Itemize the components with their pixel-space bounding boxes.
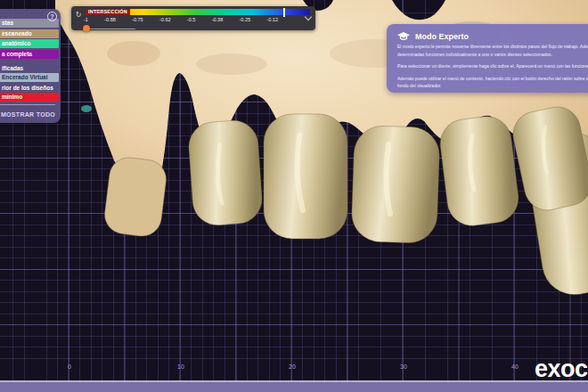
layer-item[interactable]: Encerado Virtual (0, 73, 59, 82)
help-text-line: Además puede utilizar el menú de context… (397, 75, 588, 83)
layer-item[interactable]: rior de los diseños (0, 84, 59, 92)
tick-label: -0.25 (240, 17, 251, 22)
tick-label: -0.75 (132, 17, 143, 22)
colorbar-title: INTERSECCIÓN (86, 9, 130, 15)
tooth (187, 118, 264, 226)
graduation-cap-icon (397, 29, 410, 45)
reset-scale-icon[interactable]: ↻ (74, 11, 83, 20)
help-text-line: Para seleccionar un diente, simplemente … (397, 62, 588, 70)
tick-label: -0.5 (187, 17, 195, 22)
divider (0, 104, 55, 105)
colorbar-ticks: -1 -0.88 -0.75 -0.62 -0.5 -0.38 -0.25 -0… (84, 17, 278, 22)
layer-item[interactable]: anatómico (0, 39, 59, 48)
chevron-down-icon[interactable] (305, 13, 312, 20)
layer-item[interactable]: mínimo (0, 93, 59, 102)
help-text-line: El modo experto le permite moverse libre… (397, 43, 588, 51)
threshold-slider-knob[interactable] (83, 25, 90, 32)
help-icon[interactable]: ? (47, 12, 57, 21)
help-text-line: determinadas funciones individualmente a… (397, 51, 588, 59)
app-window: 0 10 20 30 40 (0, 0, 588, 392)
layer-item[interactable]: a completa (0, 50, 59, 59)
tick-label: -0.38 (212, 17, 224, 22)
layer-item[interactable]: escaneado (0, 29, 59, 38)
teeth[interactable] (102, 102, 588, 298)
help-text-line: fondo del visualizador. (397, 82, 588, 90)
layer-panel: ? stas escaneado anatómico a completa if… (0, 9, 61, 123)
panel-title: Modo Experto (415, 32, 469, 41)
bottom-bar (0, 382, 588, 392)
expert-mode-panel: Modo Experto El modo experto le permite … (387, 24, 588, 93)
tooth (351, 125, 440, 243)
tick-label: -0.12 (266, 17, 278, 22)
exocad-logo: exocad (535, 355, 588, 383)
tick-label: -1 (84, 17, 88, 22)
tooth (264, 114, 347, 239)
layer-item[interactable]: ificadas (0, 64, 59, 72)
intersection-colorbar-panel: ↻ INTERSECCIÓN -1 -0.88 -0.75 -0.62 -0.5… (71, 6, 315, 30)
tick-label: -0.88 (104, 17, 116, 22)
colorbar-marker (283, 8, 285, 17)
threshold-slider[interactable] (86, 29, 135, 30)
tooth (102, 155, 168, 238)
show-all-button[interactable]: MOSTRAR TODO (0, 111, 61, 118)
tick-label: -0.62 (159, 17, 171, 22)
tooth (509, 102, 588, 214)
tooth (437, 114, 521, 229)
